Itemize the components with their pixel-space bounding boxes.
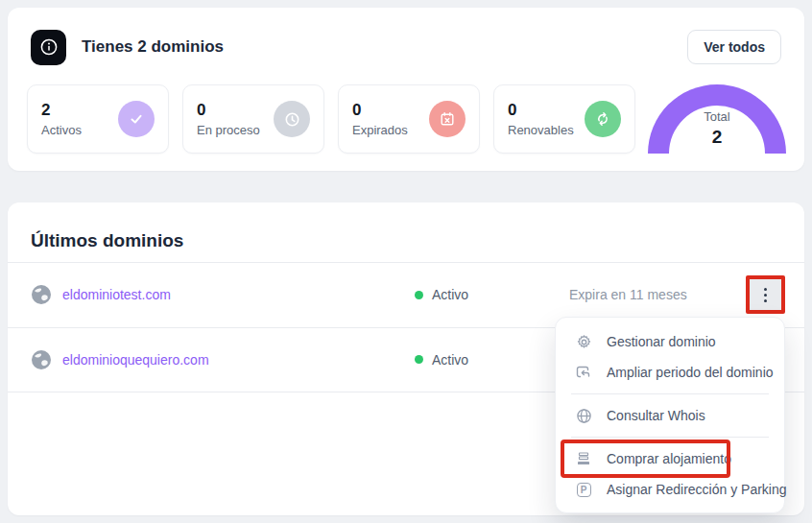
section-title: Últimos dominios xyxy=(31,230,183,251)
status-badge: Activo xyxy=(415,287,468,302)
menu-item-consult-whois[interactable]: Consultar Whois xyxy=(556,400,784,431)
total-domains-gauge: Total 2 xyxy=(648,84,786,154)
stat-value: 2 xyxy=(41,101,82,120)
parking-icon: P xyxy=(575,483,592,497)
menu-item-label: Gestionar dominio xyxy=(607,334,716,349)
stat-card-active: 2 Activos xyxy=(27,84,169,154)
page-title: Tienes 2 dominios xyxy=(82,37,224,57)
stat-card-renewable: 0 Renovables xyxy=(493,84,635,154)
menu-divider xyxy=(571,437,769,438)
stat-value: 0 xyxy=(197,101,260,120)
summary-header: Tienes 2 dominios Ver todos xyxy=(31,29,781,65)
view-all-button[interactable]: Ver todos xyxy=(687,30,781,64)
stat-value: 0 xyxy=(508,101,574,120)
refresh-icon xyxy=(585,101,621,137)
gauge-label: Total xyxy=(648,109,786,124)
domain-link[interactable]: eldominioquequiero.com xyxy=(62,352,209,368)
info-icon xyxy=(31,30,66,65)
stat-value: 0 xyxy=(352,101,408,120)
stat-label: Expirados xyxy=(352,123,408,137)
stat-label: Renovables xyxy=(508,123,574,137)
clock-icon xyxy=(274,101,310,137)
menu-item-label: Asignar Redirección y Parking xyxy=(607,482,787,497)
menu-item-label: Comprar alojamiento xyxy=(607,451,731,466)
domain-actions-menu: Gestionar dominio Ampliar periodo del do… xyxy=(555,317,785,513)
status-dot-icon xyxy=(415,291,423,299)
menu-item-label: Consultar Whois xyxy=(607,408,705,423)
stat-label: En proceso xyxy=(197,123,260,137)
calendar-x-icon xyxy=(429,101,466,137)
check-icon xyxy=(118,101,155,137)
menu-item-extend-period[interactable]: Ampliar periodo del dominio xyxy=(556,357,784,388)
menu-item-manage-domain[interactable]: Gestionar dominio xyxy=(556,326,784,357)
globe-icon xyxy=(31,349,52,370)
domain-link[interactable]: eldominiotest.com xyxy=(62,287,171,302)
globe-icon xyxy=(575,408,592,424)
extend-period-icon xyxy=(575,365,592,380)
status-dot-icon xyxy=(415,355,423,364)
gauge-value: 2 xyxy=(648,127,786,148)
stat-card-expired: 0 Expirados xyxy=(338,84,480,154)
stats-row: 2 Activos 0 En proceso 0 Expirados xyxy=(27,84,635,154)
menu-item-buy-hosting[interactable]: Comprar alojamiento xyxy=(556,443,784,474)
expiry-text: Expira en 11 meses xyxy=(569,287,687,302)
row-actions-kebab-button[interactable] xyxy=(746,275,785,314)
menu-item-label: Ampliar periodo del dominio xyxy=(607,365,774,380)
hosting-server-icon xyxy=(575,451,592,466)
status-label: Activo xyxy=(432,287,468,302)
gear-icon xyxy=(575,334,592,350)
status-badge: Activo xyxy=(415,352,468,368)
stat-card-in-process: 0 En proceso xyxy=(182,84,324,154)
menu-divider xyxy=(571,393,769,394)
status-label: Activo xyxy=(432,352,468,368)
summary-card: Tienes 2 dominios Ver todos 2 Activos 0 … xyxy=(8,8,804,171)
stat-label: Activos xyxy=(41,123,82,137)
globe-icon xyxy=(31,284,52,305)
menu-item-assign-redirect-parking[interactable]: P Asignar Redirección y Parking xyxy=(556,474,784,505)
